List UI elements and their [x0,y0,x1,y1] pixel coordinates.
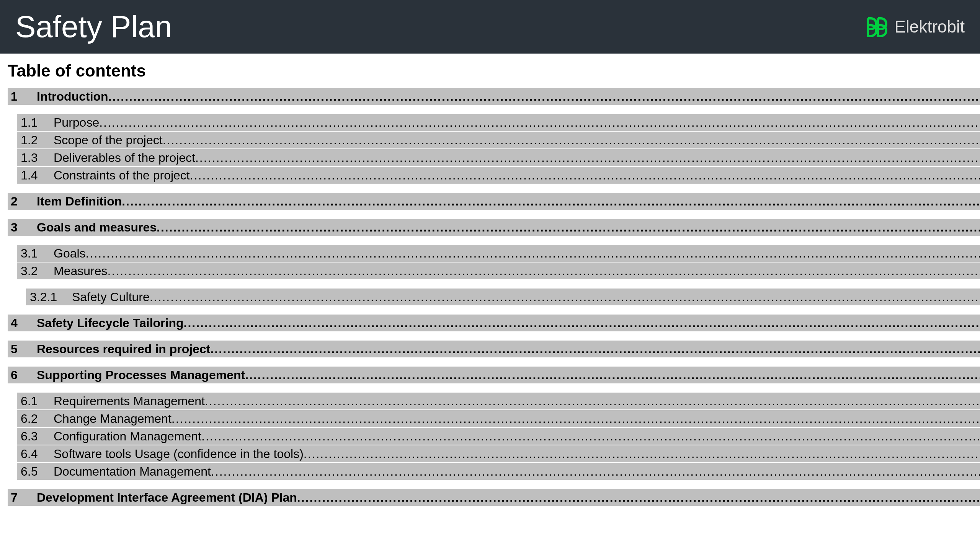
toc-entry: 1Introduction...........................… [8,88,980,105]
toc-entry-label: Scope of the project [54,132,163,148]
toc-entry-number: 1 [8,88,37,105]
toc-entry: 6.1Requirements Management..............… [17,393,980,409]
toc-leader-dots: ........................................… [108,262,980,279]
toc-entry-number: 1.4 [17,167,54,184]
toc-entry-number: 3.2 [17,262,54,279]
toc-entry: 1.4Constraints of the project...........… [17,167,980,184]
toc-heading: Table of contents [8,61,980,80]
toc-entry-label: Goals [54,245,86,262]
toc-entry: 3.2.1Safety Culture.....................… [26,289,980,305]
toc-leader-dots: ........................................… [205,393,980,409]
toc-entry-label: Introduction [37,88,108,105]
toc-entry-number: 1.1 [17,114,54,131]
toc-leader-dots: ........................................… [172,410,980,427]
toc-entry-number: 6.2 [17,410,54,427]
toc-entry-label: Safety Culture [72,289,150,305]
toc-entry-number: 6 [8,367,37,383]
toc-entry: 3Goals and measures.....................… [8,219,980,236]
brand-name: Elektrobit [895,17,965,36]
toc-entry-label: Item Definition [37,193,122,210]
toc-entry: 6.5Documentation Management.............… [17,463,980,480]
toc-entry-label: Purpose [54,114,99,131]
toc-entry-label: Resources required in project [37,341,210,357]
toc-entry-label: Constraints of the project [54,167,190,184]
toc-entry-number: 5 [8,341,37,357]
toc-entry-label: Change Management [54,410,172,427]
toc-entry-label: Requirements Management [54,393,205,409]
toc-entry-label: Deliverables of the project [54,149,195,166]
toc-leader-dots: ........................................… [195,149,980,166]
toc-leader-dots: ........................................… [210,341,980,357]
toc-entry-number: 6.1 [17,393,54,409]
toc-entry-number: 3 [8,219,37,236]
content-area: Table of contents 1Introduction.........… [0,54,980,535]
toc-entry: 6.4Software tools Usage (confidence in t… [17,445,980,462]
toc-entry-label: Documentation Management [54,463,211,480]
toc-entry-label: Software tools Usage (confidence in the … [54,445,304,462]
title-bar: Safety Plan Elektrobit [0,0,980,54]
toc-entry-label: Development Interface Agreement (DIA) Pl… [37,489,297,506]
toc-entry-number: 6.4 [17,445,54,462]
toc-entry-number: 2 [8,193,37,210]
toc-leader-dots: ........................................… [150,289,980,305]
toc-leader-dots: ........................................… [108,88,980,105]
toc-leader-dots: ........................................… [86,245,980,262]
toc-entry: 6Supporting Processes Management........… [8,367,980,383]
toc-entry-label: Measures [54,262,108,279]
toc-entry-number: 3.2.1 [26,289,72,305]
toc-leader-dots: ........................................… [99,114,980,131]
toc-leader-dots: ........................................… [122,193,980,210]
toc-leader-dots: ........................................… [184,315,980,331]
toc-column-left: Table of contents 1Introduction.........… [8,61,980,535]
toc-entry: 3.1Goals................................… [17,245,980,262]
toc-entry-number: 6.3 [17,428,54,445]
toc-entry-number: 7 [8,489,37,506]
brand: Elektrobit [862,16,965,37]
toc-leader-dots: ........................................… [201,428,980,445]
toc-entry: 6.2Change Management....................… [17,410,980,427]
toc-entry-label: Safety Lifecycle Tailoring [37,315,184,331]
toc-entry-number: 6.5 [17,463,54,480]
toc-entry: 7Development Interface Agreement (DIA) P… [8,489,980,506]
toc-entry: 1.3Deliverables of the project..........… [17,149,980,166]
toc-entry-number: 3.1 [17,245,54,262]
toc-entry: 2Item Definition........................… [8,193,980,210]
toc-entry: 1.2Scope of the project.................… [17,132,980,148]
page-title: Safety Plan [15,9,172,44]
toc-entry-label: Goals and measures [37,219,157,236]
toc-entry: 5Resources required in project..........… [8,341,980,357]
toc-entry: 3.2Measures.............................… [17,262,980,279]
toc-list-left: 1Introduction...........................… [8,88,980,507]
toc-leader-dots: ........................................… [157,219,980,236]
toc-leader-dots: ........................................… [163,132,980,148]
toc-leader-dots: ........................................… [190,167,980,184]
toc-entry-number: 1.3 [17,149,54,166]
toc-entry: 6.3Configuration Management.............… [17,428,980,445]
elektrobit-logo-icon [862,16,889,37]
toc-leader-dots: ........................................… [304,445,980,462]
toc-entry-label: Supporting Processes Management [37,367,245,383]
toc-entry-number: 4 [8,315,37,331]
toc-leader-dots: ........................................… [297,489,980,506]
toc-entry-label: Configuration Management [54,428,201,445]
toc-entry-number: 1.2 [17,132,54,148]
toc-entry: 1.1Purpose..............................… [17,114,980,131]
toc-leader-dots: ........................................… [211,463,980,480]
toc-entry: 4Safety Lifecycle Tailoring.............… [8,315,980,331]
toc-leader-dots: ........................................… [245,367,980,383]
